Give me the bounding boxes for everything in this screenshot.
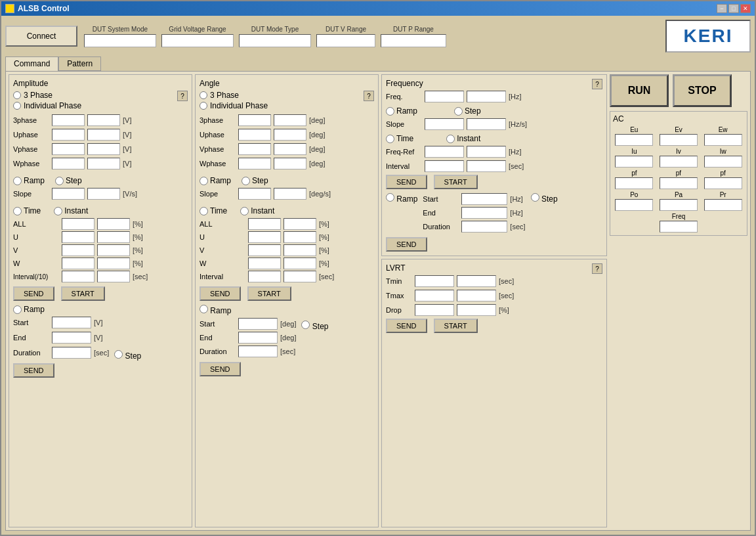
- amplitude-wphase-input1[interactable]: [52, 158, 85, 169]
- amplitude-time-radio[interactable]: [13, 207, 22, 215]
- frequency-ramp-radio[interactable]: [386, 107, 394, 116]
- amplitude-uphase-input2[interactable]: [87, 129, 120, 141]
- amplitude-send2-button[interactable]: SEND: [13, 363, 54, 378]
- angle-instant-radio[interactable]: [240, 207, 249, 215]
- amplitude-w-input1[interactable]: [62, 257, 94, 269]
- angle-3phase-input1[interactable]: [238, 114, 271, 126]
- amplitude-individual-radio[interactable]: [13, 102, 21, 110]
- frequency-freqref-input2[interactable]: [467, 146, 506, 158]
- amplitude-slope-input2[interactable]: [87, 188, 120, 200]
- frequency-step-radio[interactable]: [454, 107, 463, 116]
- ac-iw-input[interactable]: [704, 156, 742, 168]
- amplitude-interval-input2[interactable]: [97, 271, 130, 282]
- amplitude-start2-input[interactable]: [52, 317, 91, 328]
- frequency-start-button[interactable]: START: [434, 175, 478, 189]
- angle-duration2-input[interactable]: [238, 346, 278, 357]
- amplitude-v-input2[interactable]: [97, 244, 130, 256]
- angle-send-button[interactable]: SEND: [200, 286, 241, 301]
- angle-help-button[interactable]: ?: [364, 91, 374, 101]
- angle-all-input1[interactable]: [248, 218, 281, 230]
- angle-slope-input2[interactable]: [274, 188, 306, 200]
- amplitude-vphase-input2[interactable]: [87, 143, 120, 155]
- lvrt-drop-input1[interactable]: [415, 304, 454, 316]
- ac-ew-input[interactable]: [704, 134, 742, 146]
- frequency-help-button[interactable]: ?: [592, 79, 602, 89]
- ac-freq-input[interactable]: [660, 221, 698, 233]
- dut-system-mode-input[interactable]: [84, 34, 156, 47]
- amplitude-start-button[interactable]: START: [61, 286, 105, 301]
- angle-w-input2[interactable]: [284, 257, 316, 269]
- frequency-freqref-input1[interactable]: [425, 146, 464, 158]
- amplitude-send-button[interactable]: SEND: [13, 286, 54, 301]
- amplitude-interval-input1[interactable]: [62, 271, 94, 282]
- amplitude-end2-input[interactable]: [52, 332, 91, 344]
- angle-w-input1[interactable]: [248, 257, 281, 269]
- lvrt-tmax-input1[interactable]: [415, 290, 454, 302]
- frequency-send-button[interactable]: SEND: [386, 175, 427, 189]
- angle-interval-input2[interactable]: [284, 271, 316, 282]
- frequency-slope-input2[interactable]: [467, 118, 506, 130]
- angle-time-radio[interactable]: [200, 207, 208, 215]
- frequency-time-radio[interactable]: [386, 135, 394, 143]
- frequency-instant-radio[interactable]: [446, 135, 455, 143]
- angle-u-input2[interactable]: [284, 231, 316, 243]
- ac-pa-input[interactable]: [660, 199, 698, 211]
- angle-ramp-radio[interactable]: [200, 177, 208, 185]
- amplitude-u-input1[interactable]: [62, 231, 94, 243]
- angle-uphase-input2[interactable]: [274, 129, 306, 141]
- angle-wphase-input2[interactable]: [274, 158, 306, 169]
- amplitude-all-input2[interactable]: [97, 218, 130, 230]
- amplitude-uphase-input1[interactable]: [52, 129, 85, 141]
- angle-start-button[interactable]: START: [247, 286, 291, 301]
- tab-command[interactable]: Command: [5, 56, 58, 71]
- run-button[interactable]: RUN: [610, 74, 669, 107]
- minimize-button[interactable]: −: [717, 4, 727, 13]
- angle-step-radio[interactable]: [242, 177, 250, 185]
- ac-ev-input[interactable]: [660, 134, 698, 146]
- angle-uphase-input1[interactable]: [238, 129, 271, 141]
- amplitude-step2-radio[interactable]: [114, 350, 123, 359]
- lvrt-help-button[interactable]: ?: [592, 263, 602, 274]
- dut-v-range-input[interactable]: [316, 34, 375, 47]
- amplitude-3phase-radio[interactable]: [13, 91, 21, 99]
- angle-end2-input[interactable]: [238, 332, 278, 344]
- frequency-ramp2-radio[interactable]: [386, 193, 394, 202]
- dut-p-range-input[interactable]: [381, 34, 446, 47]
- angle-interval-input1[interactable]: [248, 271, 281, 282]
- angle-vphase-input1[interactable]: [238, 143, 271, 155]
- angle-individual-radio[interactable]: [200, 102, 207, 110]
- angle-start2-input[interactable]: [238, 318, 278, 330]
- close-button[interactable]: ✕: [740, 4, 751, 13]
- amplitude-ramp2-radio[interactable]: [13, 305, 22, 314]
- grid-voltage-range-input[interactable]: [161, 34, 234, 47]
- amplitude-w-input2[interactable]: [97, 257, 130, 269]
- amplitude-step-radio[interactable]: [55, 177, 64, 185]
- frequency-send2-button[interactable]: SEND: [386, 237, 427, 252]
- amplitude-ramp-radio[interactable]: [13, 177, 22, 185]
- amplitude-vphase-input1[interactable]: [52, 143, 85, 155]
- angle-3phase-input2[interactable]: [274, 114, 306, 126]
- angle-v-input1[interactable]: [248, 244, 281, 256]
- frequency-duration2-input[interactable]: [461, 221, 507, 233]
- maximize-button[interactable]: □: [728, 4, 739, 13]
- angle-step2-radio[interactable]: [301, 321, 310, 329]
- frequency-interval-input2[interactable]: [467, 160, 506, 172]
- amplitude-3phase-input2[interactable]: [87, 114, 120, 126]
- angle-slope-input1[interactable]: [238, 188, 271, 200]
- amplitude-wphase-input2[interactable]: [87, 158, 120, 169]
- ac-iu-input[interactable]: [615, 156, 653, 168]
- angle-all-input2[interactable]: [284, 218, 316, 230]
- amplitude-help-button[interactable]: ?: [177, 91, 188, 101]
- ac-pr-input[interactable]: [704, 199, 742, 211]
- lvrt-drop-input2[interactable]: [457, 304, 496, 316]
- frequency-step2-radio[interactable]: [531, 193, 539, 202]
- angle-u-input1[interactable]: [248, 231, 281, 243]
- ac-iv-input[interactable]: [660, 156, 698, 168]
- lvrt-start-button[interactable]: START: [434, 319, 478, 333]
- amplitude-3phase-input1[interactable]: [52, 114, 85, 126]
- lvrt-send-button[interactable]: SEND: [386, 319, 427, 333]
- angle-v-input2[interactable]: [284, 244, 316, 256]
- stop-button[interactable]: STOP: [673, 74, 732, 107]
- angle-wphase-input1[interactable]: [238, 158, 271, 169]
- frequency-freq-input2[interactable]: [467, 91, 506, 102]
